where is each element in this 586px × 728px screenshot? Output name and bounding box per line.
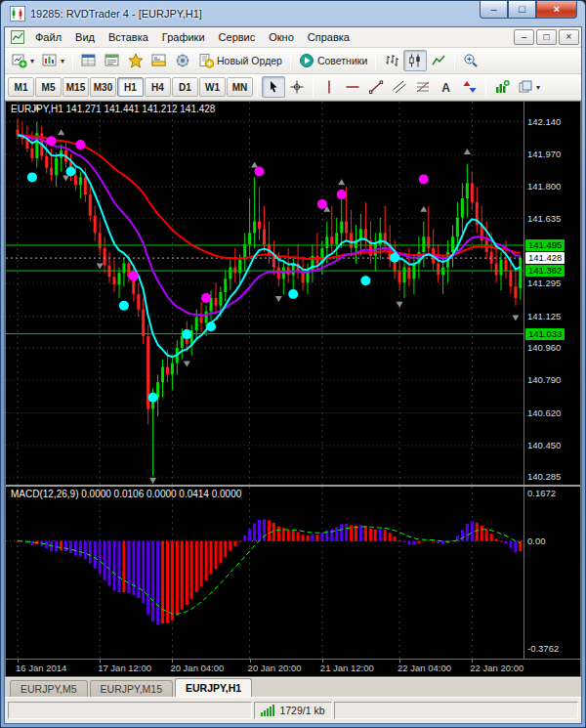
horizontal-line-icon <box>345 79 360 95</box>
strategy-tester-button[interactable] <box>171 50 194 71</box>
timeframe-button[interactable]: M1 <box>8 77 34 97</box>
macd-panel[interactable]: MACD(12,26,9) 0.0000 0.0106 0.0000 0.041… <box>6 487 523 659</box>
chart-minimize-button[interactable]: – <box>514 29 534 45</box>
arrows-tool-button[interactable] <box>458 76 481 98</box>
new-chart-button[interactable]: ▾ <box>8 50 38 71</box>
main-chart-panel[interactable]: EURJPY,H1 141.271 141.441 141.212 141.42… <box>6 102 523 485</box>
window-close-button[interactable]: × <box>536 1 577 19</box>
menu-item[interactable]: Сервис <box>212 29 263 45</box>
menu-item[interactable]: Вид <box>68 29 102 45</box>
menu-item[interactable]: Файл <box>28 29 68 45</box>
menu-item[interactable]: Графики <box>155 29 212 45</box>
text-icon: A <box>439 79 454 95</box>
menu-item[interactable]: Вставка <box>102 29 155 45</box>
time-label: 16 Jan 2014 <box>16 663 66 673</box>
price-scale[interactable]: 142.140141.970141.800141.635141.295141.1… <box>523 102 580 485</box>
timeframe-button[interactable]: H4 <box>145 77 171 97</box>
chart-window: EURJPY,H1 141.271 141.441 141.212 141.42… <box>5 101 581 677</box>
trendline-button[interactable] <box>364 76 388 98</box>
fibonacci-button[interactable] <box>411 76 435 98</box>
chart-close-button[interactable]: × <box>559 29 579 45</box>
scale-label: 140.790 <box>527 374 561 386</box>
vertical-line-button[interactable] <box>317 76 341 98</box>
vertical-line-icon <box>321 79 337 95</box>
chart-tools-toolbar: M1M5M15M30H1H4D1W1MN <box>5 74 581 101</box>
zoom-in-icon <box>463 53 479 68</box>
time-label: 22 Jan 20:00 <box>470 663 523 673</box>
scale-label: 141.125 <box>527 311 561 322</box>
expert-advisors-label: Советники <box>317 55 367 66</box>
timeframe-button[interactable]: M15 <box>63 77 89 97</box>
market-watch-button[interactable] <box>77 50 101 71</box>
chart-restore-button[interactable]: □ <box>536 29 557 45</box>
scale-label: 141.033 <box>525 328 565 340</box>
standard-toolbar: ▾ ▾ <box>5 48 581 74</box>
channel-icon <box>392 79 407 95</box>
new-order-label: Новый Ордер <box>217 55 282 66</box>
terminal-icon <box>151 53 167 68</box>
navigator-button[interactable] <box>124 50 147 71</box>
market-watch-icon <box>81 53 97 68</box>
scale-label: 141.428 <box>525 252 565 264</box>
new-order-button[interactable]: Новый Ордер <box>194 50 286 71</box>
time-label: 17 Jan 12:00 <box>98 663 151 673</box>
menubar: ФайлВидВставкаГрафикиСервисОкноСправка –… <box>5 27 581 48</box>
indicators-button[interactable] <box>490 76 514 98</box>
data-window-button[interactable] <box>101 50 124 71</box>
cursor-button[interactable] <box>262 76 285 98</box>
new-order-icon <box>198 53 214 68</box>
macd-canvas[interactable] <box>6 487 523 659</box>
chart-tabbar: EURJPY,M5EURJPY,M15EURJPY,H1 <box>5 677 581 697</box>
templates-button[interactable]: ▾ <box>514 76 544 98</box>
time-label: 21 Jan 12:00 <box>320 663 374 673</box>
terminal-button[interactable] <box>147 50 171 71</box>
timeframe-button[interactable]: M5 <box>35 77 62 97</box>
connection-panel[interactable]: 1729/1 kb <box>254 702 331 719</box>
status-message-panel <box>8 702 252 719</box>
chart-menu-icon[interactable] <box>11 30 24 44</box>
channel-button[interactable] <box>388 76 411 98</box>
text-label-button[interactable]: A <box>435 76 458 98</box>
window-maximize-button[interactable]: □ <box>508 1 536 19</box>
expert-advisors-button[interactable]: Советники <box>295 50 371 71</box>
profiles-icon <box>42 53 58 68</box>
scale-label: 140.960 <box>527 342 561 354</box>
zoom-in-button[interactable] <box>459 50 482 71</box>
chart-tab[interactable]: EURJPY,H1 <box>175 678 252 697</box>
templates-icon <box>518 79 533 95</box>
crosshair-button[interactable] <box>285 76 309 98</box>
timeframe-button[interactable]: H1 <box>117 77 144 97</box>
line-chart-icon <box>431 53 446 68</box>
timeframe-button[interactable]: M30 <box>90 77 116 97</box>
titlebar: 19285: RVDTrader 4 - [EURJPY,H1] – □ × <box>4 1 582 26</box>
app-icon <box>10 6 25 21</box>
fibonacci-icon <box>415 79 431 95</box>
scale-label: 141.295 <box>527 278 561 289</box>
scale-label: 141.800 <box>527 181 561 193</box>
candlestick-icon <box>407 53 423 68</box>
timeframe-button[interactable]: W1 <box>199 77 226 97</box>
connection-bars-icon <box>261 705 274 716</box>
menu-item[interactable]: Справка <box>301 29 356 45</box>
candlestick-mode-button[interactable] <box>403 50 427 71</box>
line-chart-mode-button[interactable] <box>427 50 450 71</box>
profiles-button[interactable]: ▾ <box>38 50 68 71</box>
macd-scale[interactable]: 0.16720.00-0.3762 <box>523 487 580 659</box>
timeframe-button[interactable]: MN <box>227 77 253 97</box>
horizontal-line-button[interactable] <box>341 76 364 98</box>
bar-chart-icon <box>384 53 399 68</box>
timeframe-group: M1M5M15M30H1H4D1W1MN <box>8 77 253 97</box>
chart-tab[interactable]: EURJPY,M15 <box>90 680 173 697</box>
main-chart-canvas[interactable] <box>6 102 523 485</box>
scale-label: 0.00 <box>527 535 546 547</box>
chart-tab[interactable]: EURJPY,M5 <box>10 680 88 697</box>
scale-label: 141.362 <box>525 265 565 277</box>
menu-item[interactable]: Окно <box>262 29 301 45</box>
bar-chart-mode-button[interactable] <box>380 50 403 71</box>
timeframe-button[interactable]: D1 <box>172 77 198 97</box>
data-window-icon <box>105 53 120 68</box>
arrows-tool-icon <box>462 79 478 95</box>
statusbar: 1729/1 kb <box>5 697 581 723</box>
time-axis[interactable]: 16 Jan 201417 Jan 12:0020 Jan 04:0020 Ja… <box>6 659 580 676</box>
window-minimize-button[interactable]: – <box>480 1 508 19</box>
